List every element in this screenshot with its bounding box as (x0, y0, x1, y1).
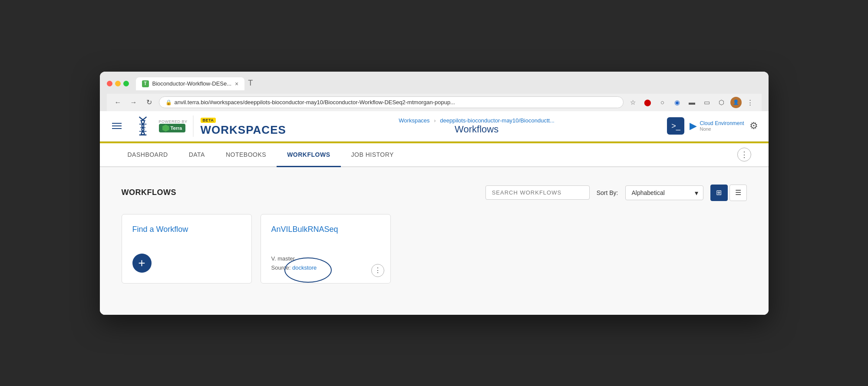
maximize-traffic-light[interactable] (123, 81, 129, 86)
anvil-workflow-title: AnVILBulkRNASeq (271, 225, 380, 234)
more-dots-icon: ⋮ (374, 266, 381, 274)
terminal-icon: >_ (671, 122, 680, 131)
sort-select-wrapper: Alphabetical Last Updated Name (625, 185, 703, 200)
app-name: WORKSPACES (201, 123, 286, 137)
extension-doc-icon[interactable]: ▬ (686, 96, 698, 109)
cloud-env-label: Cloud Environment (700, 120, 744, 126)
grid-view-button[interactable]: ⊞ (710, 185, 728, 201)
breadcrumb-workspaces-link[interactable]: Workspaces (399, 117, 429, 124)
anvil-workflow-card[interactable]: AnVILBulkRNASeq V. master Source: dockst… (261, 214, 391, 284)
source-label: Source: (271, 264, 291, 271)
menu-icon[interactable]: ⋮ (744, 96, 756, 109)
sort-select[interactable]: Alphabetical Last Updated Name (625, 185, 703, 200)
browser-controls: T Bioconductor-Workflow-DESe... × T (107, 77, 762, 90)
nav-more-button[interactable]: ⋮ (737, 148, 751, 162)
breadcrumb-area: Workspaces › deeppilots-bioconductor-may… (295, 117, 659, 135)
browser-titlebar: T Bioconductor-Workflow-DESe... × T ← → … (100, 72, 769, 111)
terra-badge: Terra (159, 124, 186, 132)
bookmark-icon[interactable]: ☆ (627, 96, 639, 109)
refresh-icon: ↻ (146, 98, 152, 106)
nav-tabs: DASHBOARD DATA NOTEBOOKS WORKFLOWS JOB H… (100, 143, 769, 167)
refresh-button[interactable]: ↻ (143, 96, 155, 109)
browser-toolbar: ← → ↻ 🔒 anvil.terra.bio/#workspaces/deep… (107, 94, 762, 111)
workflow-source: Source: dockstore (271, 264, 380, 273)
tab-favicon: T (142, 80, 149, 87)
workflow-meta: V. master Source: dockstore (271, 254, 380, 273)
gear-icon: ⚙ (749, 120, 758, 131)
beta-badge: BETA (201, 118, 216, 123)
view-toggle: ⊞ ☰ (710, 185, 747, 201)
tab-notebooks[interactable]: NOTEBOOKS (215, 143, 277, 167)
tab-title: Bioconductor-Workflow-DESe... (152, 80, 232, 87)
list-icon: ☰ (735, 188, 741, 197)
find-workflow-title: Find a Workflow (132, 225, 241, 234)
back-button[interactable]: ← (112, 96, 124, 109)
more-icon: ⋮ (740, 150, 748, 159)
workflows-section-title: WORKFLOWS (122, 188, 176, 197)
add-workflow-icon[interactable]: + (132, 254, 152, 273)
minimize-traffic-light[interactable] (115, 81, 121, 86)
logo-area: POWERED BY Terra BETA WORKSPACES (132, 115, 286, 137)
forward-button[interactable]: → (128, 96, 140, 109)
breadcrumb-current: Workflows (295, 124, 659, 135)
breadcrumb-workspace-link[interactable]: deeppilots-bioconductor-may10/Bioconduct… (440, 117, 554, 124)
play-icon: ▶ (690, 120, 697, 132)
traffic-lights (107, 81, 129, 86)
search-input[interactable] (485, 185, 590, 200)
find-workflow-card[interactable]: Find a Workflow + (122, 214, 252, 284)
list-view-button[interactable]: ☰ (729, 185, 747, 201)
main-content: WORKFLOWS Sort By: Alphabetical Last Upd… (100, 167, 769, 315)
extension-doc2-icon[interactable]: ▭ (701, 96, 713, 109)
browser-tab-active[interactable]: T Bioconductor-Workflow-DESe... × (136, 77, 245, 90)
extensions-icon[interactable]: ⬡ (716, 96, 728, 109)
extension-q-icon[interactable]: ◉ (671, 96, 683, 109)
terra-hex-icon (162, 125, 169, 132)
dockstore-link[interactable]: dockstore (292, 264, 317, 271)
hamburger-button[interactable] (110, 121, 123, 131)
tab-dashboard[interactable]: DASHBOARD (117, 143, 178, 167)
sort-by-label: Sort By: (597, 189, 618, 196)
tab-data[interactable]: DATA (178, 143, 215, 167)
app-container: POWERED BY Terra BETA WORKSPACES Workspa… (100, 111, 769, 315)
forward-icon: → (130, 99, 137, 106)
settings-button[interactable]: ⚙ (749, 120, 758, 132)
extension-circle-icon[interactable]: ○ (657, 96, 669, 109)
workflow-cards: Find a Workflow + AnVILBulkRNASeq V. mas… (122, 214, 747, 284)
profile-avatar[interactable]: 👤 (730, 97, 742, 108)
app-name-area: BETA WORKSPACES (193, 115, 286, 137)
workflow-more-button[interactable]: ⋮ (371, 264, 384, 277)
tab-close-button[interactable]: × (235, 80, 238, 87)
cloud-env-value: None (700, 126, 744, 132)
new-tab-button[interactable]: T (244, 77, 256, 89)
nav-tabs-list: DASHBOARD DATA NOTEBOOKS WORKFLOWS JOB H… (117, 143, 404, 166)
tab-workflows[interactable]: WORKFLOWS (277, 143, 340, 167)
workflows-controls: Sort By: Alphabetical Last Updated Name … (485, 185, 747, 201)
hamburger-line (112, 125, 122, 126)
header-actions: >_ ▶ Cloud Environment None ⚙ (667, 117, 758, 135)
hamburger-line (112, 123, 122, 124)
lock-icon: 🔒 (165, 99, 172, 106)
plus-icon: + (138, 256, 145, 270)
address-bar[interactable]: 🔒 anvil.terra.bio/#workspaces/deeppilots… (159, 96, 624, 108)
app-header: POWERED BY Terra BETA WORKSPACES Workspa… (100, 111, 769, 142)
workflow-version: V. master (271, 254, 380, 264)
hamburger-line (112, 128, 122, 129)
back-icon: ← (115, 99, 122, 106)
extension-red-icon[interactable]: ⬤ (642, 96, 654, 109)
powered-by-area: POWERED BY Terra (159, 119, 188, 132)
cloud-env-text: Cloud Environment None (700, 120, 744, 132)
tab-bar: T Bioconductor-Workflow-DESe... × T (136, 77, 257, 90)
tab-job-history[interactable]: JOB HISTORY (341, 143, 404, 167)
dockstore-circle: dockstore (292, 264, 317, 273)
cloud-environment-button[interactable]: ▶ Cloud Environment None (690, 120, 744, 132)
breadcrumb-separator: › (434, 117, 437, 124)
terminal-button[interactable]: >_ (667, 117, 684, 135)
powered-by-text: POWERED BY (159, 119, 188, 124)
url-text: anvil.terra.bio/#workspaces/deeppilots-b… (175, 99, 617, 106)
toolbar-actions: ☆ ⬤ ○ ◉ ▬ ▭ ⬡ 👤 ⋮ (627, 96, 756, 109)
breadcrumb: Workspaces › deeppilots-bioconductor-may… (295, 117, 659, 124)
browser-window: T Bioconductor-Workflow-DESe... × T ← → … (100, 72, 769, 315)
close-traffic-light[interactable] (107, 81, 112, 86)
dna-logo (132, 115, 154, 137)
workflows-header: WORKFLOWS Sort By: Alphabetical Last Upd… (122, 185, 747, 201)
